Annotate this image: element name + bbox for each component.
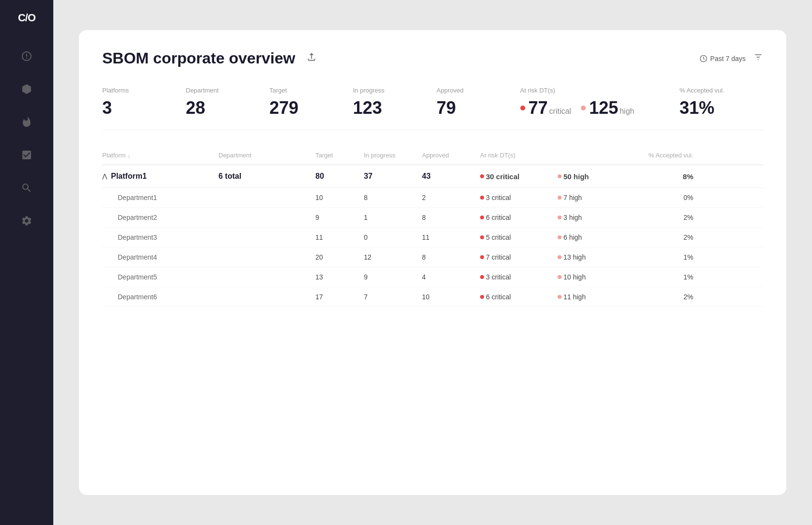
dept-high: 10 high <box>558 273 625 281</box>
table-body: ⋀ Platform1 6 total 80 37 43 30 critical… <box>102 165 763 307</box>
department-value: 28 <box>186 98 262 118</box>
platform-target: 80 <box>315 172 364 181</box>
platform-in-progress: 37 <box>364 172 422 181</box>
dept-critical: 6 critical <box>480 293 558 301</box>
time-filter[interactable]: Past 7 days <box>700 55 746 62</box>
dept-critical: 3 critical <box>480 273 558 281</box>
dept-critical-dot <box>480 295 484 299</box>
cube-icon[interactable] <box>18 80 35 98</box>
th-ar-risk: Ar risk DT(s) <box>480 152 625 159</box>
filter-icon[interactable] <box>753 52 763 64</box>
dept-approved: 11 <box>422 233 480 241</box>
dept-rows: Department1 10 8 2 3 critical 7 high 0% … <box>102 188 763 307</box>
expand-chevron[interactable]: ⋀ <box>102 173 107 180</box>
time-filter-label: Past 7 days <box>710 55 746 62</box>
dept-critical: 5 critical <box>480 233 558 241</box>
dept-accepted-vul: 2% <box>625 214 693 221</box>
high-value: 125 <box>589 98 618 118</box>
dept-accepted-vul: 2% <box>625 293 693 301</box>
dept-name: Department3 <box>102 233 219 241</box>
dept-high-dot <box>558 216 562 219</box>
logo: C/O <box>18 12 35 24</box>
dept-in-progress: 8 <box>364 194 422 201</box>
chart-icon[interactable] <box>18 47 35 65</box>
stat-department: Department 28 <box>186 87 270 118</box>
fire-icon[interactable] <box>18 113 35 131</box>
platform-critical: 30 critical <box>480 172 558 181</box>
approved-value: 79 <box>437 98 513 118</box>
dept-row: Department6 17 7 10 6 critical 11 high 2… <box>102 287 763 307</box>
dept-name: Department1 <box>102 194 219 201</box>
sidebar: C/O <box>0 0 53 525</box>
stat-in-progress: In progress 123 <box>353 87 437 118</box>
critical-suffix: critical <box>549 107 571 116</box>
platform-high: 50 high <box>558 172 625 181</box>
dept-row: Department2 9 1 8 6 critical 3 high 2% <box>102 208 763 228</box>
high-suffix: high <box>620 107 634 116</box>
dept-high: 13 high <box>558 253 625 261</box>
stat-target: Target 279 <box>269 87 353 118</box>
in-progress-label: In progress <box>353 87 429 94</box>
dept-critical-dot <box>480 255 484 259</box>
dept-high-dot <box>558 295 562 299</box>
platform-approved: 43 <box>422 172 480 181</box>
table-header: Platform ↓ Department Target In progress… <box>102 148 763 165</box>
dept-accepted-vul: 1% <box>625 273 693 281</box>
dept-accepted-vul: 0% <box>625 194 693 201</box>
dept-critical-dot <box>480 216 484 219</box>
settings-icon[interactable] <box>18 212 35 230</box>
dept-in-progress: 1 <box>364 214 422 221</box>
search-icon[interactable] <box>18 179 35 197</box>
dept-in-progress: 0 <box>364 233 422 241</box>
platform-critical-dot <box>480 174 484 178</box>
dept-row: Department4 20 12 8 7 critical 13 high 1… <box>102 247 763 267</box>
dept-name: Department2 <box>102 214 219 221</box>
department-label: Department <box>186 87 262 94</box>
critical-value: 77 <box>529 98 548 118</box>
stat-at-risk: At risk DT(s) 77 critical 125 high <box>520 87 680 118</box>
accepted-vul-label: % Accepted vul. <box>680 87 756 94</box>
dept-target: 10 <box>315 194 364 201</box>
dept-high-dot <box>558 275 562 279</box>
dept-critical: 7 critical <box>480 253 558 261</box>
th-approved: Approved <box>422 152 480 159</box>
dept-target: 13 <box>315 273 364 281</box>
dept-critical-dot <box>480 275 484 279</box>
dept-target: 20 <box>315 253 364 261</box>
dept-critical-dot <box>480 235 484 239</box>
dept-high: 6 high <box>558 233 625 241</box>
dept-row: Department3 11 0 11 5 critical 6 high 2% <box>102 228 763 247</box>
dept-critical: 3 critical <box>480 194 558 201</box>
platform-name: ⋀ Platform1 <box>102 172 219 181</box>
target-value: 279 <box>269 98 345 118</box>
dept-name: Department5 <box>102 273 219 281</box>
header-left: SBOM corporate overview <box>102 49 320 67</box>
dept-in-progress: 9 <box>364 273 422 281</box>
summary-stats: Platforms 3 Department 28 Target 279 In … <box>102 87 763 130</box>
export-button[interactable] <box>303 50 320 66</box>
th-platform[interactable]: Platform ↓ <box>102 152 219 159</box>
critical-dot <box>520 106 525 110</box>
dept-target: 9 <box>315 214 364 221</box>
dashboard-card: SBOM corporate overview Past 7 days <box>79 30 786 495</box>
in-progress-value: 123 <box>353 98 429 118</box>
dept-name: Department6 <box>102 293 219 301</box>
dept-in-progress: 12 <box>364 253 422 261</box>
stat-accepted-vul: % Accepted vul. 31% <box>680 87 764 118</box>
dept-row: Department1 10 8 2 3 critical 7 high 0% <box>102 188 763 208</box>
th-target: Target <box>315 152 364 159</box>
dept-target: 17 <box>315 293 364 301</box>
tasks-icon[interactable] <box>18 146 35 164</box>
dept-accepted-vul: 1% <box>625 253 693 261</box>
platforms-value: 3 <box>102 98 178 118</box>
dept-target: 11 <box>315 233 364 241</box>
at-risk-value: 77 critical 125 high <box>520 98 672 118</box>
platform-department: 6 total <box>219 172 315 181</box>
approved-label: Approved <box>437 87 513 94</box>
dept-critical-dot <box>480 196 484 200</box>
stat-platforms: Platforms 3 <box>102 87 186 118</box>
data-table: Platform ↓ Department Target In progress… <box>102 148 763 307</box>
dept-critical: 6 critical <box>480 214 558 221</box>
th-department: Department <box>219 152 315 159</box>
accepted-vul-value: 31% <box>680 98 756 118</box>
